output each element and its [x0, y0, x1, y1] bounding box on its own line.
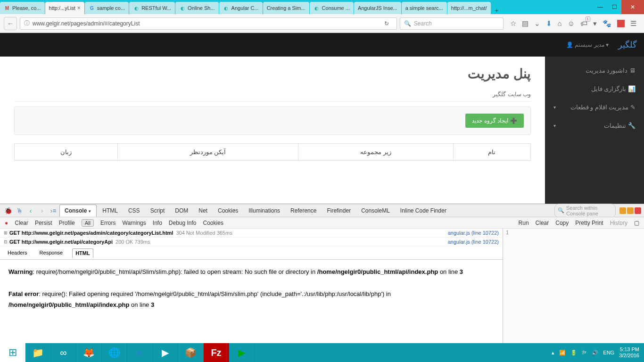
- tab-search[interactable]: a simple searc...: [402, 2, 447, 14]
- log-entry[interactable]: ⊞ GET http://www.gelgir.net/pages/admin/…: [0, 229, 503, 238]
- tab-google[interactable]: Gsample co...: [85, 2, 129, 14]
- tab-angularjs[interactable]: AngularJS Inse...: [354, 2, 401, 14]
- play-icon[interactable]: ▶: [229, 343, 255, 362]
- wifi-icon[interactable]: 📶: [559, 350, 566, 356]
- subtab-headers[interactable]: Headers: [5, 248, 30, 257]
- tab-illuminations[interactable]: Illuminations: [244, 205, 285, 216]
- dt-pop-button[interactable]: [627, 207, 634, 214]
- tab-html[interactable]: HTML: [98, 205, 123, 216]
- clear2-button[interactable]: Clear: [536, 220, 549, 226]
- filter-warnings[interactable]: Warnings: [123, 220, 146, 226]
- dt-close-button[interactable]: [635, 207, 641, 214]
- url-input[interactable]: ⓘ www.gelgir.net/pages/admin/#/categoryL…: [20, 17, 397, 30]
- sidebar-item-settings[interactable]: 🔧 تنظیمات▾: [545, 116, 644, 135]
- firefox-icon[interactable]: 🦊: [76, 343, 102, 362]
- new-group-button[interactable]: ➕ایجاد گروه جدید: [465, 114, 524, 128]
- volume-icon[interactable]: 🔊: [592, 350, 598, 356]
- paw-icon[interactable]: 🐾: [603, 19, 611, 28]
- tab-online[interactable]: ◐Online Sh...: [175, 2, 218, 14]
- dropdown-icon[interactable]: ▾: [593, 19, 597, 28]
- tab-angular[interactable]: ◐Angular C...: [219, 2, 263, 14]
- filter-cookies[interactable]: Cookies: [203, 220, 223, 226]
- tab-chat[interactable]: http://...m_chat/: [447, 2, 491, 14]
- lang-indicator[interactable]: ENG: [603, 350, 614, 355]
- source-link[interactable]: angular.js (line 10722): [448, 230, 499, 236]
- log-entry[interactable]: ⊟ GET http://www.gelgir.net/api/category…: [0, 238, 503, 247]
- pocket-icon[interactable]: ⌄: [534, 19, 540, 28]
- tab-restful[interactable]: ◐RESTful W...: [129, 2, 175, 14]
- smile-icon[interactable]: ☺: [568, 19, 575, 27]
- tab-cookies[interactable]: Cookies: [213, 205, 243, 216]
- tab-reference[interactable]: Reference: [286, 205, 321, 216]
- firebug-icon[interactable]: 🐞: [3, 207, 13, 214]
- new-tab-button[interactable]: +: [491, 7, 503, 14]
- start-button[interactable]: ⊞: [0, 343, 25, 362]
- sidebar-item-dashboard[interactable]: 🖥 داشبورد مدیریت: [545, 61, 644, 80]
- back-button[interactable]: ←: [4, 17, 17, 30]
- filezilla-icon[interactable]: Fz: [204, 343, 229, 362]
- tray-icon[interactable]: 🔋: [570, 350, 577, 356]
- console-input-panel[interactable]: 1: [503, 229, 644, 343]
- tab-console[interactable]: Console▼: [59, 205, 97, 217]
- clock[interactable]: 5:13 PM 3/2/2016: [619, 346, 639, 359]
- reader-icon[interactable]: ▤: [522, 19, 528, 28]
- devtools-search[interactable]: 🔍Search within Console pane: [554, 204, 616, 218]
- history-button[interactable]: History: [610, 220, 627, 226]
- badge-icon[interactable]: 🏷1: [580, 19, 587, 27]
- ie-icon[interactable]: e: [127, 343, 153, 362]
- cmd-icon[interactable]: ›≡: [48, 207, 58, 214]
- tab-css[interactable]: CSS: [124, 205, 145, 216]
- minimize-button[interactable]: —: [593, 0, 607, 14]
- filter-errors[interactable]: Errors: [100, 220, 116, 226]
- search-input[interactable]: 🔍 Search: [400, 17, 504, 30]
- expand-icon[interactable]: ⊞: [4, 230, 8, 235]
- bp-icon[interactable]: ●: [5, 220, 8, 226]
- tab-current[interactable]: http:/...yList×: [45, 2, 84, 14]
- tab-firefinder[interactable]: Firefinder: [322, 205, 355, 216]
- clear-button[interactable]: Clear: [15, 220, 28, 226]
- tab-consoleml[interactable]: ConsoleML: [356, 205, 395, 216]
- visualstudio-icon[interactable]: ∞: [51, 343, 76, 362]
- tab-dom[interactable]: DOM: [170, 205, 193, 216]
- brand-logo[interactable]: گلگیر: [618, 40, 637, 50]
- collapse-icon[interactable]: ▢: [634, 220, 639, 226]
- chrome-icon[interactable]: 🌐: [102, 343, 127, 362]
- persist-button[interactable]: Persist: [35, 220, 52, 226]
- forward-icon[interactable]: ›: [37, 207, 47, 214]
- home-icon[interactable]: ⌂: [558, 19, 562, 27]
- close-icon[interactable]: ×: [77, 5, 81, 11]
- filter-info[interactable]: Info: [153, 220, 162, 226]
- reload-icon[interactable]: ↻: [380, 20, 393, 27]
- tab-consume[interactable]: ◐Consume ...: [310, 2, 354, 14]
- addon-icon[interactable]: [617, 20, 625, 27]
- sidebar-item-upload[interactable]: 📊 بارگزاری فایل: [545, 80, 644, 98]
- subtab-html[interactable]: HTML: [72, 248, 93, 258]
- collapse-icon[interactable]: ⊟: [4, 239, 8, 244]
- pretty-button[interactable]: Pretty Print: [575, 220, 603, 226]
- back-icon[interactable]: ‹: [25, 207, 36, 214]
- profile-button[interactable]: Profile: [59, 220, 75, 226]
- sidebar-item-items[interactable]: ✎ مدیریت اقلام و قطعات▾: [545, 98, 644, 116]
- tray-icon[interactable]: 🏳: [582, 350, 587, 355]
- tray-up-icon[interactable]: ▴: [552, 350, 554, 356]
- dt-min-button[interactable]: [619, 207, 626, 214]
- tab-creating[interactable]: Creating a Sim...: [263, 2, 309, 14]
- filter-all[interactable]: All: [82, 219, 94, 227]
- user-menu[interactable]: ▾ مدیر سیستم 👤: [566, 41, 609, 48]
- tab-inline[interactable]: Inline Code Finder: [396, 205, 451, 216]
- download-icon[interactable]: ⬇: [546, 19, 552, 28]
- explorer-icon[interactable]: 📁: [25, 343, 51, 362]
- app-icon[interactable]: ▶: [153, 343, 178, 362]
- tab-net[interactable]: Net: [194, 205, 212, 216]
- filter-debug[interactable]: Debug Info: [169, 220, 197, 226]
- box-icon[interactable]: 📦: [178, 343, 204, 362]
- inspect-icon[interactable]: 🖱: [14, 207, 25, 214]
- tab-gmail[interactable]: MPlease, co...: [0, 2, 45, 14]
- tab-script[interactable]: Script: [146, 205, 170, 216]
- maximize-button[interactable]: ☐: [607, 0, 621, 14]
- close-button[interactable]: ✕: [621, 0, 644, 14]
- subtab-response[interactable]: Response: [37, 248, 66, 257]
- run-button[interactable]: Run: [519, 220, 529, 226]
- copy-button[interactable]: Copy: [555, 220, 569, 226]
- source-link[interactable]: angular.js (line 10722): [448, 239, 499, 245]
